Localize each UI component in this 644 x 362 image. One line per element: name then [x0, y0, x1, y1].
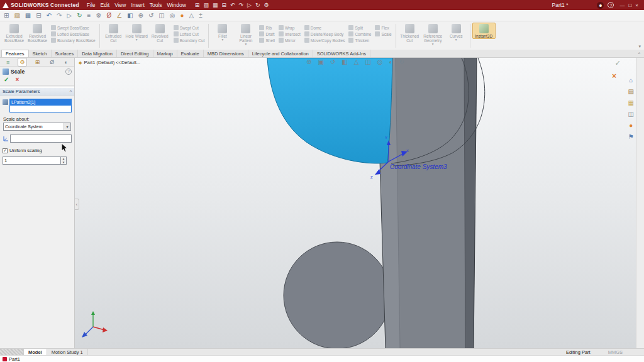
- ribbon-pin-icon[interactable]: ^: [638, 52, 640, 56]
- extruded-boss-base-button[interactable]: Extruded Boss/Base: [3, 23, 26, 43]
- taskbar-document[interactable]: Part1: [9, 356, 20, 362]
- ribbon-options-icon[interactable]: ▾: [638, 44, 641, 49]
- linear-pattern-button[interactable]: Linear Pattern ▾: [234, 23, 257, 46]
- scale-parameters-header[interactable]: Scale Parameters ^: [0, 87, 74, 96]
- new-file-icon[interactable]: ⊞: [4, 10, 9, 21]
- revolved-boss-base-button[interactable]: Revolved Boss/Base: [26, 23, 49, 43]
- dome-button[interactable]: Dome: [304, 25, 345, 30]
- custom-properties-icon[interactable]: ⚑: [628, 133, 634, 140]
- home-icon[interactable]: ⌂: [629, 77, 633, 84]
- configuration-manager-tab[interactable]: ⊞: [33, 58, 42, 67]
- breadcrumb[interactable]: ◆ Part1 (Default) <<Default...: [79, 60, 140, 65]
- curves-button[interactable]: Curves ▾: [445, 23, 468, 41]
- rotate-view-icon[interactable]: ↺: [148, 10, 153, 21]
- cancel-button[interactable]: ×: [15, 76, 19, 83]
- menu-item[interactable]: Insert: [128, 2, 147, 8]
- mass-properties-icon[interactable]: ±: [199, 10, 203, 21]
- ribbon-tab[interactable]: Evaluate: [177, 50, 204, 57]
- display-style-icon[interactable]: ◫: [158, 10, 164, 21]
- spin-down-icon[interactable]: ▾: [61, 161, 66, 165]
- resize-grip[interactable]: [0, 349, 24, 355]
- mirror-button[interactable]: Mirror: [279, 38, 301, 43]
- revolved-cut-button[interactable]: Revolved Cut: [148, 23, 172, 43]
- selected-item[interactable]: LPattern2[1]: [10, 99, 71, 106]
- ribbon-tab[interactable]: Sketch: [29, 50, 52, 57]
- file-explorer-icon[interactable]: ▦: [628, 99, 634, 106]
- zoom-fit-icon[interactable]: ⊕: [306, 58, 311, 65]
- scaled-body-blue-face[interactable]: [267, 58, 392, 163]
- smart-dimension-icon[interactable]: Ø: [106, 10, 111, 21]
- confirm-cancel-icon[interactable]: ×: [612, 72, 616, 80]
- hide-show-items-icon[interactable]: ◎: [377, 58, 383, 65]
- reference-geometry-button[interactable]: Reference Geometry ▾: [421, 23, 445, 46]
- scale-about-dropdown[interactable]: Coordinate System ▾: [3, 123, 71, 131]
- instant3d-button[interactable]: Instant3D: [472, 23, 496, 39]
- thicken-button[interactable]: Thicken: [348, 38, 371, 43]
- extruded-cut-button[interactable]: Extruded Cut: [102, 23, 125, 43]
- save-icon[interactable]: ▦: [25, 10, 31, 21]
- model-scene[interactable]: Y X Z Coordinate System3: [75, 58, 636, 348]
- property-manager-tab[interactable]: ⚙: [18, 58, 26, 67]
- study-tab[interactable]: Model: [24, 349, 47, 355]
- ribbon-tab[interactable]: Direct Editing: [117, 50, 153, 57]
- hole-wizard-button[interactable]: Hole Wizard ▾: [125, 23, 148, 41]
- section-view-icon[interactable]: ◧: [127, 10, 133, 21]
- zoom-fit-icon[interactable]: ⊕: [138, 10, 143, 21]
- boundary-cut-button[interactable]: Boundary Cut: [174, 38, 205, 43]
- appearance-icon[interactable]: ●: [180, 10, 184, 21]
- solidworks-taskbar-icon[interactable]: [3, 357, 7, 361]
- ribbon-tab[interactable]: Markup: [153, 50, 177, 57]
- ribbon-tab[interactable]: Lifecycle and Collaboration: [248, 50, 313, 57]
- swept-boss-base-button[interactable]: Swept Boss/Base: [51, 25, 96, 30]
- scale-button[interactable]: Scale: [375, 31, 391, 36]
- delete-keep-body-button[interactable]: Delete/Keep Body: [304, 31, 345, 36]
- coordinate-system-label[interactable]: Coordinate System3: [390, 163, 447, 170]
- lofted-cut-button[interactable]: Lofted Cut: [174, 31, 205, 36]
- design-library-icon[interactable]: ▤: [628, 88, 634, 95]
- ribbon-tab[interactable]: Data Migration: [78, 50, 117, 57]
- scale-selection-list[interactable]: LPattern2[1]: [9, 99, 72, 112]
- minimize-button[interactable]: —: [618, 3, 626, 8]
- menu-item[interactable]: Edit: [98, 2, 113, 8]
- boundary-boss-base-button[interactable]: Boundary Boss/Base: [51, 38, 96, 43]
- maximize-button[interactable]: □: [626, 3, 633, 8]
- print-icon[interactable]: ⊟: [36, 10, 41, 21]
- menu-item[interactable]: View: [112, 2, 128, 8]
- ribbon-tab[interactable]: Features: [1, 50, 29, 57]
- print-icon[interactable]: ⊟: [221, 0, 226, 10]
- model-column-body[interactable]: [377, 58, 477, 348]
- confirm-ok-icon[interactable]: ✓: [615, 59, 621, 67]
- annotation-icon[interactable]: △: [189, 10, 194, 21]
- help-icon[interactable]: ?: [608, 2, 614, 8]
- swept-cut-button[interactable]: Swept Cut: [174, 25, 205, 30]
- split-button[interactable]: Split: [348, 25, 371, 30]
- move-copy-bodies-button[interactable]: Move/Copy Bodies: [304, 38, 345, 43]
- menu-item[interactable]: Window: [165, 2, 189, 8]
- intersect-button[interactable]: Intersect: [279, 31, 301, 36]
- dimxpert-manager-tab[interactable]: Ø: [48, 58, 56, 67]
- rotate-view-icon[interactable]: ↻: [399, 58, 404, 65]
- display-manager-tab[interactable]: ◐: [62, 58, 69, 67]
- feature-manager-tree-tab[interactable]: ≡: [4, 58, 11, 67]
- scale-factor-input[interactable]: 1: [3, 156, 61, 165]
- options-icon[interactable]: ⚙: [96, 10, 101, 21]
- panel-collapse-handle[interactable]: ‹: [75, 199, 79, 210]
- study-tab[interactable]: Motion Study 1: [47, 349, 88, 355]
- user-avatar[interactable]: ☻: [597, 2, 604, 9]
- section-view-icon[interactable]: ◧: [341, 58, 347, 65]
- dynamic-annotation-icon[interactable]: △: [354, 58, 359, 65]
- ribbon-tab[interactable]: Surfaces: [52, 50, 79, 57]
- view-settings-icon[interactable]: ◐: [389, 58, 393, 65]
- lofted-boss-base-button[interactable]: Lofted Boss/Base: [51, 31, 96, 36]
- ribbon-tab[interactable]: MBD Dimensions: [204, 50, 248, 57]
- rebuild-icon[interactable]: ↻: [77, 10, 82, 21]
- fillet-button[interactable]: Fillet ▾: [211, 23, 234, 41]
- menu-item[interactable]: Tools: [147, 2, 165, 8]
- zoom-area-icon[interactable]: ▣: [318, 58, 323, 65]
- appearances-icon[interactable]: ●: [629, 122, 633, 129]
- combine-button[interactable]: Combine: [348, 31, 371, 36]
- wrap-button[interactable]: Wrap: [279, 25, 301, 30]
- undo-icon[interactable]: ↶: [47, 10, 52, 21]
- file-properties-icon[interactable]: ≡: [87, 10, 91, 21]
- units-indicator[interactable]: MMGS: [608, 349, 623, 355]
